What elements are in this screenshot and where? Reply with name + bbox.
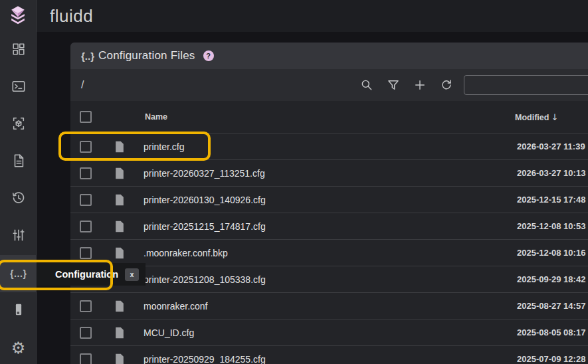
sort-descending-icon: ↓ <box>551 112 558 122</box>
filter-button[interactable] <box>380 72 407 98</box>
layers-logo-icon <box>8 5 28 27</box>
row-checkbox[interactable] <box>80 327 92 339</box>
sidebar-item-tune[interactable] <box>0 218 37 255</box>
sidebar-nav: {…} ⚙ <box>0 32 37 364</box>
file-row[interactable]: printer-20260130_140926.cfg 2025-12-15 1… <box>70 186 588 213</box>
sidebar-item-console[interactable] <box>0 69 37 106</box>
table-header: Name Modified↓ <box>70 101 588 133</box>
file-document-icon <box>11 153 26 171</box>
file-row[interactable]: printer-20251215_174817.cfg 2025-12-08 1… <box>70 213 588 239</box>
file-modified: 2025-12-08 10:16 <box>517 248 585 258</box>
file-modified: 2025-07-09 12:28 <box>517 354 585 364</box>
add-file-button[interactable] <box>407 72 433 98</box>
file-modified: 2025-09-29 18:42 <box>517 274 585 284</box>
file-name: printer-20260327_113251.cfg <box>144 168 265 179</box>
file-icon <box>113 300 126 313</box>
file-name: printer-20251208_105338.cfg <box>144 274 266 285</box>
file-row[interactable]: .moonraker.conf.bkp 2025-12-08 10:16 <box>70 239 588 266</box>
refresh-button[interactable] <box>433 72 460 98</box>
tune-icon <box>11 228 26 245</box>
configuration-files-panel: {..} Configuration Files ? / <box>70 43 588 364</box>
file-name: .moonraker.conf.bkp <box>144 248 228 258</box>
console-icon <box>11 79 26 96</box>
dashboard-icon <box>11 42 26 59</box>
search-icon <box>360 78 373 92</box>
search-button[interactable] <box>353 72 380 98</box>
sidebar-item-settings[interactable]: ⚙ <box>0 329 37 364</box>
app-title: fluidd <box>50 6 93 27</box>
column-header-modified[interactable]: Modified↓ <box>515 112 558 122</box>
file-row[interactable]: moonraker.conf 2025-08-27 14:57 <box>70 292 588 319</box>
file-icon <box>113 167 126 180</box>
braces-icon: {…} <box>10 268 27 279</box>
row-checkbox[interactable] <box>80 221 92 232</box>
file-row[interactable]: MCU_ID.cfg 2025-08-05 08:17 <box>70 319 588 345</box>
filter-icon <box>387 78 400 92</box>
keyboard-hint-badge: x <box>125 268 139 281</box>
file-icon <box>113 353 126 364</box>
file-row[interactable]: printer-20260327_113251.cfg 2026-03-27 1… <box>70 159 588 186</box>
cube-scan-icon <box>11 116 26 134</box>
file-name: printer-20251215_174817.cfg <box>144 221 266 232</box>
column-header-name[interactable]: Name <box>145 112 167 122</box>
top-app-bar: fluidd <box>0 0 588 32</box>
file-modified: 2026-03-27 10:13 <box>517 168 585 178</box>
file-icon <box>113 326 126 339</box>
sidebar-item-configuration[interactable]: {…} <box>0 255 37 292</box>
row-checkbox[interactable] <box>80 167 92 179</box>
file-name: printer.cfg <box>144 141 184 152</box>
file-row[interactable]: printer-20250929_184255.cfg 2025-07-09 1… <box>70 345 588 364</box>
panel-title: Configuration Files <box>98 49 195 62</box>
file-name: moonraker.conf <box>144 301 208 312</box>
file-modified: 2026-03-27 11:39 <box>517 141 585 151</box>
sidebar-item-dashboard[interactable] <box>0 32 37 69</box>
sidebar-item-jobs[interactable] <box>0 143 37 181</box>
server-icon <box>11 302 26 319</box>
file-name: MCU_ID.cfg <box>144 327 194 338</box>
row-checkbox[interactable] <box>80 300 92 312</box>
file-browser-toolbar: / <box>70 69 588 101</box>
file-name: printer-20250929_184255.cfg <box>144 354 266 364</box>
file-row[interactable]: printer-20251208_105338.cfg 2025-09-29 1… <box>70 266 588 292</box>
file-icon <box>113 193 126 207</box>
gear-icon: ⚙ <box>11 340 26 356</box>
file-icon <box>113 140 126 153</box>
sidebar-item-system[interactable] <box>0 292 37 329</box>
file-modified: 2025-12-08 10:53 <box>517 221 585 231</box>
sidebar-item-history[interactable] <box>0 181 37 218</box>
file-modified: 2025-08-05 08:17 <box>517 327 585 337</box>
panel-header: {..} Configuration Files ? <box>70 43 588 69</box>
sidebar-tooltip-configuration: Configuration x <box>37 263 146 286</box>
history-icon <box>11 191 26 208</box>
select-all-checkbox[interactable] <box>80 111 92 123</box>
row-checkbox[interactable] <box>80 247 92 259</box>
help-icon[interactable]: ? <box>203 50 214 61</box>
file-row[interactable]: printer.cfg 2026-03-27 11:39 <box>70 133 588 159</box>
sidebar-item-gcode-preview[interactable] <box>0 106 37 143</box>
file-modified: 2025-08-27 14:57 <box>517 301 585 311</box>
plus-icon <box>413 78 427 92</box>
tooltip-label: Configuration <box>55 269 118 280</box>
current-path: / <box>81 79 84 91</box>
row-checkbox[interactable] <box>80 194 92 206</box>
file-name: printer-20260130_140926.cfg <box>144 195 266 205</box>
row-checkbox[interactable] <box>80 141 92 153</box>
braces-icon: {..} <box>81 50 94 62</box>
row-checkbox[interactable] <box>80 353 92 364</box>
file-modified: 2025-12-15 17:48 <box>517 195 585 205</box>
refresh-icon <box>440 78 453 92</box>
file-icon <box>113 220 126 233</box>
file-icon <box>113 246 126 260</box>
fluidd-logo[interactable] <box>0 0 37 32</box>
search-input[interactable] <box>464 75 588 95</box>
